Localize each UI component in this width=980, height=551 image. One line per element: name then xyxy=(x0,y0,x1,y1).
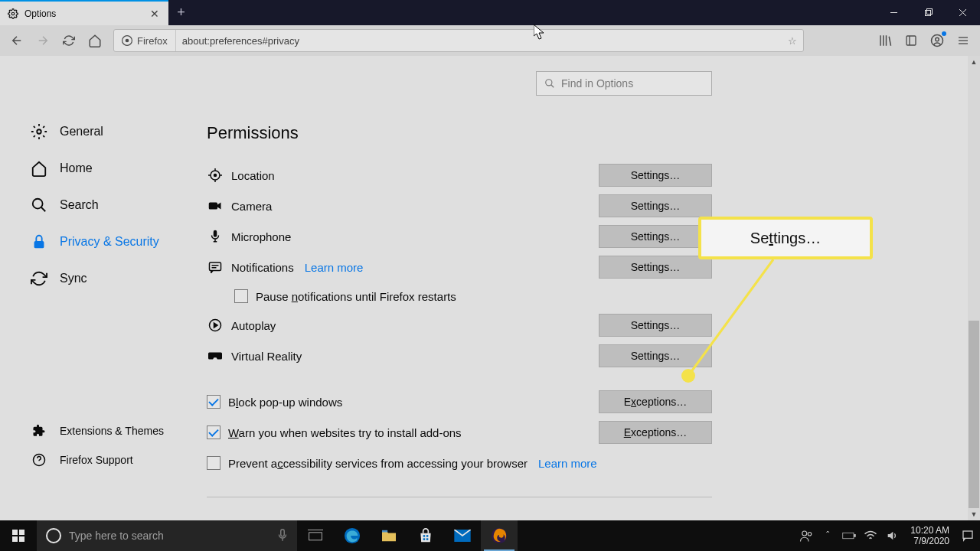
svg-rect-51 xyxy=(426,538,429,540)
sidebar-item-label: Sync xyxy=(60,272,87,285)
svg-point-15 xyxy=(936,37,939,41)
battery-icon[interactable] xyxy=(840,520,858,551)
perm-autoplay: Autoplay Settings… xyxy=(207,310,712,341)
taskbar: Type here to search ˆ 10:20 AM 7/9/2020 xyxy=(0,520,980,551)
svg-point-22 xyxy=(33,199,43,209)
menu-button[interactable] xyxy=(951,28,975,53)
main-panel: Permissions Location Settings… Camera Se… xyxy=(207,123,712,497)
svg-rect-43 xyxy=(281,530,285,536)
pause-notifications-checkbox[interactable] xyxy=(234,289,248,303)
close-window-button[interactable] xyxy=(946,0,980,25)
checkbox-label: Warn you when websites try to install ad… xyxy=(228,426,462,439)
wifi-icon[interactable] xyxy=(861,520,880,551)
task-view-icon[interactable] xyxy=(297,520,334,551)
perm-label: Location xyxy=(231,169,275,182)
svg-rect-24 xyxy=(34,241,44,248)
popup-exceptions-button[interactable]: Exceptions… xyxy=(599,390,712,413)
sidebar-item-label: Firefox Support xyxy=(60,454,133,466)
task-icons xyxy=(297,520,518,551)
scroll-down-icon[interactable]: ▼ xyxy=(968,508,980,520)
cortana-icon xyxy=(46,528,61,543)
sidebar-item-support[interactable]: Firefox Support xyxy=(31,445,164,474)
block-popups-checkbox[interactable] xyxy=(207,395,220,409)
svg-rect-56 xyxy=(843,533,854,539)
sidebar-icon[interactable] xyxy=(899,28,923,53)
autoplay-icon xyxy=(207,318,224,332)
perm-microphone: Microphone Settings… xyxy=(207,221,712,252)
svg-line-11 xyxy=(889,37,890,46)
titlebar: Options ✕ + xyxy=(0,0,980,25)
svg-rect-50 xyxy=(423,538,426,540)
sidebar-item-general[interactable]: General xyxy=(31,113,184,150)
notifications-learn-more[interactable]: Learn more xyxy=(305,261,364,274)
browser-tab[interactable]: Options ✕ xyxy=(0,0,168,25)
account-icon[interactable] xyxy=(925,28,949,53)
tab-title: Options xyxy=(24,8,149,19)
start-button[interactable] xyxy=(0,520,37,551)
microphone-icon[interactable] xyxy=(277,529,288,543)
callout-settings: Settings… xyxy=(698,217,873,259)
new-tab-button[interactable]: + xyxy=(168,0,194,25)
svg-rect-39 xyxy=(12,530,18,535)
home-icon xyxy=(31,160,47,177)
a11y-learn-more[interactable]: Learn more xyxy=(538,457,597,470)
microphone-settings-button[interactable]: Settings… xyxy=(599,225,712,248)
store-icon[interactable] xyxy=(407,520,444,551)
forward-button xyxy=(31,28,55,53)
content-area: Find in Options General Home Search Priv… xyxy=(0,56,980,520)
home-button[interactable] xyxy=(83,28,107,53)
sidebar-item-home[interactable]: Home xyxy=(31,150,184,187)
sidebar-item-label: Extensions & Themes xyxy=(60,425,164,437)
people-icon[interactable] xyxy=(797,520,815,551)
maximize-button[interactable] xyxy=(911,0,946,25)
warn-addons-checkbox[interactable] xyxy=(207,425,220,439)
sidebar-item-privacy[interactable]: Privacy & Security xyxy=(31,223,184,260)
svg-rect-41 xyxy=(12,536,18,542)
vr-settings-button[interactable]: Settings… xyxy=(599,344,712,367)
autoplay-settings-button[interactable]: Settings… xyxy=(599,314,712,337)
address-bar[interactable]: Firefox about:preferences#privacy ☆ xyxy=(113,29,804,52)
microphone-icon xyxy=(207,230,224,243)
minimize-button[interactable] xyxy=(877,0,911,25)
sidebar-item-sync[interactable]: Sync xyxy=(31,260,184,297)
sync-icon xyxy=(31,270,47,287)
library-icon[interactable] xyxy=(873,28,897,53)
callout-dot xyxy=(681,369,695,383)
scroll-up-icon[interactable]: ▲ xyxy=(968,56,980,68)
pause-notifications-row: Pause notifications until Firefox restar… xyxy=(234,282,712,310)
identity-box[interactable]: Firefox xyxy=(114,30,176,51)
scrollbar[interactable]: ▲ ▼ xyxy=(968,56,980,520)
svg-rect-57 xyxy=(854,535,856,537)
svg-rect-47 xyxy=(382,530,387,533)
search-input[interactable]: Find in Options xyxy=(536,71,712,96)
back-button[interactable] xyxy=(5,28,29,53)
sidebar-item-search[interactable]: Search xyxy=(31,187,184,223)
volume-icon[interactable] xyxy=(883,520,901,551)
reload-button[interactable] xyxy=(57,28,81,53)
location-settings-button[interactable]: Settings… xyxy=(599,164,712,187)
svg-rect-42 xyxy=(19,536,24,542)
perm-label: Camera xyxy=(231,200,272,213)
window-controls xyxy=(877,0,980,25)
addon-exceptions-button[interactable]: Exceptions… xyxy=(599,421,712,444)
edge-icon[interactable] xyxy=(334,520,371,551)
tray-chevron-up-icon[interactable]: ˆ xyxy=(818,520,837,551)
svg-rect-34 xyxy=(210,262,221,271)
a11y-checkbox[interactable] xyxy=(207,456,220,470)
mail-icon[interactable] xyxy=(444,520,481,551)
bookmark-star-icon[interactable]: ☆ xyxy=(782,35,803,47)
tray-clock[interactable]: 10:20 AM 7/9/2020 xyxy=(904,525,956,546)
location-icon xyxy=(207,168,224,182)
perm-label: Notifications xyxy=(231,261,294,274)
taskbar-search[interactable]: Type here to search xyxy=(37,520,297,551)
search-icon xyxy=(31,197,47,214)
sidebar-item-extensions[interactable]: Extensions & Themes xyxy=(31,416,164,445)
close-tab-icon[interactable]: ✕ xyxy=(149,8,161,20)
svg-rect-32 xyxy=(209,203,217,210)
scroll-thumb[interactable] xyxy=(969,321,979,508)
notifications-settings-button[interactable]: Settings… xyxy=(599,256,712,279)
camera-settings-button[interactable]: Settings… xyxy=(599,194,712,217)
explorer-icon[interactable] xyxy=(371,520,407,551)
notifications-icon[interactable] xyxy=(959,520,977,551)
firefox-icon[interactable] xyxy=(481,520,518,551)
